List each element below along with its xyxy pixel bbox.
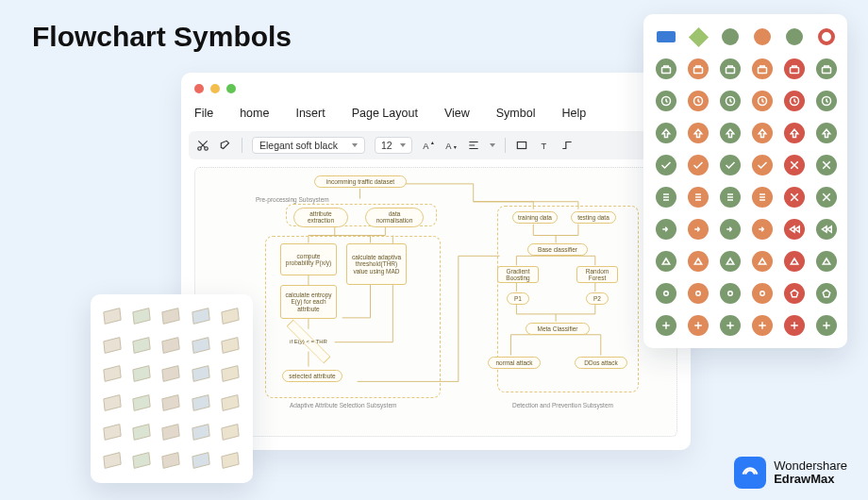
maximize-icon[interactable] bbox=[226, 84, 236, 93]
symbol-palette[interactable] bbox=[643, 14, 847, 348]
isometric-clipart[interactable] bbox=[159, 391, 183, 415]
palette-symbol-tri-up[interactable] bbox=[749, 248, 776, 275]
node-p2[interactable]: P2 bbox=[586, 292, 609, 305]
palette-symbol-up[interactable] bbox=[685, 120, 711, 146]
rectangle-tool-icon[interactable] bbox=[515, 139, 528, 152]
font-increase-icon[interactable]: A▲ bbox=[422, 139, 435, 152]
menu-page-layout[interactable]: Page Layout bbox=[352, 107, 418, 120]
palette-symbol-cross[interactable] bbox=[781, 184, 808, 210]
palette-shape[interactable] bbox=[813, 24, 840, 50]
palette-symbol-list[interactable] bbox=[749, 184, 776, 210]
font-size-select[interactable]: 12 bbox=[375, 137, 412, 154]
palette-symbol-right[interactable] bbox=[749, 216, 776, 242]
palette-symbol-plus[interactable] bbox=[717, 312, 743, 339]
isometric-clipart[interactable] bbox=[189, 391, 213, 415]
isometric-clipart[interactable] bbox=[100, 448, 125, 473]
isometric-clipart[interactable] bbox=[129, 304, 154, 328]
palette-symbol-clock[interactable] bbox=[685, 88, 711, 114]
isometric-clipart[interactable] bbox=[218, 420, 242, 444]
menu-home[interactable]: home bbox=[240, 107, 269, 120]
node-ddos[interactable]: DDos attack bbox=[575, 357, 627, 369]
palette-symbol-briefcase[interactable] bbox=[717, 56, 743, 82]
palette-symbol-clock[interactable] bbox=[653, 88, 679, 114]
menu-insert[interactable]: Insert bbox=[295, 107, 325, 120]
isometric-clipart[interactable] bbox=[159, 361, 183, 386]
palette-symbol-check[interactable] bbox=[653, 152, 679, 178]
node-calc-thr[interactable]: calculate adaptiva threshold(THR) value … bbox=[346, 243, 407, 285]
node-train[interactable]: training data bbox=[512, 211, 558, 224]
palette-symbol-up[interactable] bbox=[781, 120, 808, 146]
palette-symbol-up[interactable] bbox=[653, 120, 679, 146]
connector-tool-icon[interactable] bbox=[560, 139, 574, 152]
palette-symbol-up[interactable] bbox=[813, 120, 840, 146]
palette-symbol-tri-up[interactable] bbox=[717, 248, 743, 275]
palette-symbol-rewind[interactable] bbox=[813, 216, 840, 242]
text-tool-icon[interactable]: T bbox=[538, 139, 551, 152]
menu-view[interactable]: View bbox=[444, 107, 470, 120]
font-select[interactable]: Elegant soft black bbox=[252, 137, 365, 154]
palette-symbol-dot[interactable] bbox=[749, 280, 776, 307]
palette-symbol-clock[interactable] bbox=[717, 88, 743, 114]
palette-symbol-briefcase[interactable] bbox=[685, 56, 711, 82]
isometric-clipart[interactable] bbox=[218, 361, 242, 386]
font-decrease-icon[interactable]: A▼ bbox=[444, 139, 458, 152]
palette-symbol-briefcase[interactable] bbox=[749, 56, 776, 82]
isometric-clipart[interactable] bbox=[100, 361, 125, 386]
minimize-icon[interactable] bbox=[210, 84, 220, 93]
palette-symbol-check[interactable] bbox=[717, 152, 743, 178]
palette-symbol-cross[interactable] bbox=[781, 152, 808, 178]
isometric-clipart[interactable] bbox=[189, 448, 213, 473]
close-icon[interactable] bbox=[194, 84, 204, 93]
palette-symbol-list[interactable] bbox=[685, 184, 711, 210]
node-attr-ext[interactable]: attribute extraction bbox=[293, 208, 348, 227]
palette-symbol-clock[interactable] bbox=[749, 88, 776, 114]
isometric-clipart[interactable] bbox=[159, 333, 183, 358]
isometric-clipart[interactable] bbox=[129, 420, 154, 444]
palette-shape[interactable] bbox=[685, 24, 711, 50]
palette-symbol-plus[interactable] bbox=[653, 312, 679, 339]
palette-symbol-list[interactable] bbox=[717, 184, 743, 210]
palette-symbol-briefcase[interactable] bbox=[653, 56, 679, 82]
isometric-clipart[interactable] bbox=[159, 304, 183, 328]
palette-symbol-clock[interactable] bbox=[813, 88, 840, 114]
node-data-norm[interactable]: data normalisation bbox=[365, 208, 424, 227]
palette-shape[interactable] bbox=[749, 24, 776, 50]
isometric-clipart[interactable] bbox=[218, 333, 242, 358]
isometric-clipart[interactable] bbox=[100, 391, 125, 415]
palette-symbol-tri-up[interactable] bbox=[813, 248, 840, 275]
isometric-clipart[interactable] bbox=[218, 391, 242, 415]
node-comp-prob[interactable]: compute probability P(x/y) bbox=[280, 243, 337, 275]
diagram-canvas[interactable]: incomming traffic dataset Pre-processing… bbox=[194, 167, 677, 437]
isometric-clipart[interactable] bbox=[218, 304, 242, 328]
palette-symbol-tri-up[interactable] bbox=[653, 248, 679, 275]
palette-shape[interactable] bbox=[781, 24, 808, 50]
palette-symbol-rewind[interactable] bbox=[781, 216, 808, 242]
palette-symbol-briefcase[interactable] bbox=[781, 56, 808, 82]
palette-symbol-up[interactable] bbox=[717, 120, 743, 146]
isometric-clipart[interactable] bbox=[159, 420, 183, 444]
node-p1[interactable]: P1 bbox=[507, 292, 529, 305]
align-icon[interactable] bbox=[467, 139, 480, 152]
palette-symbol-check[interactable] bbox=[749, 152, 776, 178]
isometric-clipart[interactable] bbox=[218, 448, 242, 473]
menu-file[interactable]: File bbox=[194, 107, 213, 120]
palette-shape[interactable] bbox=[653, 24, 679, 50]
node-condition[interactable]: if E(y) < = THR bbox=[282, 328, 335, 355]
isometric-clipart[interactable] bbox=[129, 448, 154, 473]
palette-symbol-pentagon[interactable] bbox=[813, 280, 840, 307]
palette-symbol-dot[interactable] bbox=[717, 280, 743, 307]
palette-symbol-dot[interactable] bbox=[653, 280, 679, 307]
node-selected[interactable]: selected attribute bbox=[282, 370, 342, 382]
node-start[interactable]: incomming traffic dataset bbox=[314, 175, 407, 188]
isometric-clipart[interactable] bbox=[100, 420, 125, 444]
palette-symbol-list[interactable] bbox=[653, 184, 679, 210]
node-meta[interactable]: Meta Classifier bbox=[526, 323, 590, 335]
format-painter-icon[interactable] bbox=[219, 139, 232, 152]
palette-symbol-pentagon[interactable] bbox=[781, 280, 808, 307]
cut-icon[interactable] bbox=[196, 139, 209, 152]
isometric-clipart[interactable] bbox=[100, 304, 125, 328]
isometric-clipart[interactable] bbox=[159, 448, 183, 473]
palette-symbol-plus[interactable] bbox=[813, 312, 840, 339]
palette-symbol-right[interactable] bbox=[653, 216, 679, 242]
palette-symbol-cross[interactable] bbox=[813, 152, 840, 178]
